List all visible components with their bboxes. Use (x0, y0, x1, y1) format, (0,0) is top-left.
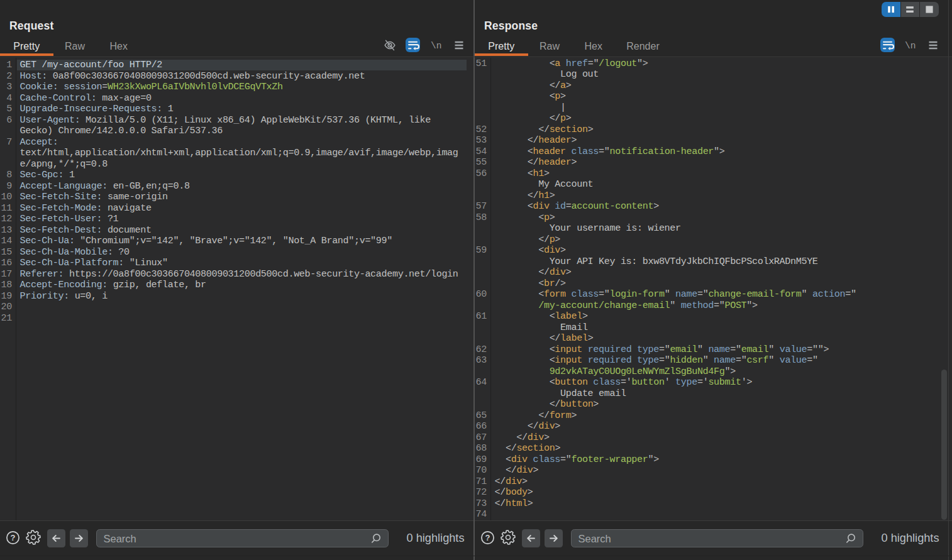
svg-text:?: ? (485, 533, 490, 542)
svg-text:?: ? (11, 533, 16, 542)
